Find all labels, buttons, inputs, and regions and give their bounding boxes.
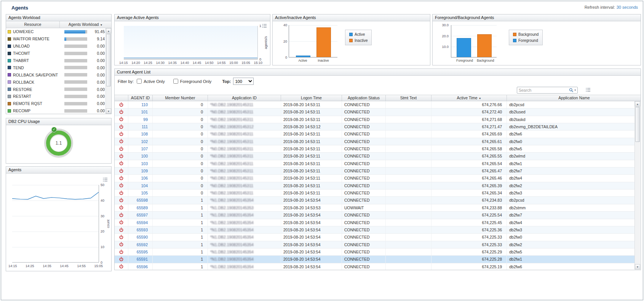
workload-row[interactable]: ROLLBACK SAVEPOINT 0.00 <box>6 71 105 78</box>
force-agent-button[interactable] <box>115 101 128 108</box>
table-row[interactable]: 65595 1 *N1.DB2.190820145354 2019-08-20 … <box>115 248 635 256</box>
column-header-application-name[interactable]: Application Name <box>507 95 641 101</box>
workload-row[interactable]: RECOMP 0.00 <box>6 107 105 114</box>
foreground-only-label[interactable]: Foreground Only <box>180 79 212 84</box>
column-header-application-id[interactable]: Application ID <box>208 95 281 101</box>
active-only-label[interactable]: Active Only <box>144 79 165 84</box>
scroll-down-icon[interactable]: ▼ <box>635 264 640 269</box>
refresh-value-link[interactable]: 30 seconds <box>617 5 638 10</box>
force-agent-button[interactable] <box>115 153 128 159</box>
search-options-chevron-icon[interactable]: ▾ <box>574 89 576 92</box>
force-agent-button[interactable] <box>115 219 128 226</box>
force-agent-button[interactable] <box>115 212 128 218</box>
workload-row[interactable]: REMOTE RQST 0.00 <box>6 100 105 107</box>
force-agent-button[interactable] <box>115 145 128 152</box>
table-row[interactable]: 110 0 *N0.DB2.190820145311 2019-08-20 14… <box>115 101 635 108</box>
force-agent-button[interactable] <box>115 234 128 240</box>
agent-id-link[interactable]: 65596 <box>137 264 148 269</box>
force-agent-button[interactable] <box>115 175 128 182</box>
scroll-thumb[interactable] <box>106 34 111 86</box>
chart-options-icon[interactable] <box>103 177 108 183</box>
agent-id-link[interactable]: 65589 <box>137 205 148 210</box>
workload-row[interactable]: WAITFOR REMOTE 9.14 <box>6 35 105 43</box>
table-row[interactable]: 109 0 *N0.DB2.190820145311 2019-08-20 14… <box>115 167 635 175</box>
column-header-application-status[interactable]: Application Status <box>342 95 386 101</box>
foreground-only-checkbox[interactable] <box>173 79 178 84</box>
agent-id-link[interactable]: 106 <box>141 176 148 180</box>
scroll-up-icon[interactable]: ▲ <box>106 28 111 33</box>
legend-item[interactable]: Active <box>349 32 368 37</box>
force-agent-button[interactable] <box>115 160 128 167</box>
agent-id-link[interactable]: 103 <box>141 161 148 166</box>
agent-id-link[interactable]: 111 <box>142 124 148 129</box>
table-row[interactable]: 107 0 *N0.DB2.190820145311 2019-08-20 14… <box>115 145 635 153</box>
search-input[interactable] <box>519 88 569 92</box>
table-row[interactable]: 111 0 *N0.DB2.190820145312 2019-08-20 14… <box>115 123 635 131</box>
table-row[interactable]: 65593 1 *N1.DB2.190820145354 2019-08-20 … <box>115 226 635 234</box>
force-agent-button[interactable] <box>115 204 128 211</box>
table-row[interactable]: 104 0 *N0.DB2.190820145311 2019-08-20 14… <box>115 182 635 190</box>
table-row[interactable]: 65598 1 *N1.DB2.190820145354 2019-08-20 … <box>115 197 635 204</box>
workload-row[interactable]: UNLOAD 0.00 <box>6 43 105 50</box>
table-row[interactable]: 65591 1 *N1.DB2.190820145354 2019-08-20 … <box>115 256 635 263</box>
agent-id-link[interactable]: 65591 <box>137 257 148 261</box>
force-agent-button[interactable] <box>115 138 128 145</box>
workload-row[interactable]: RESTART 0.00 <box>6 93 105 100</box>
force-agent-button[interactable] <box>115 108 128 115</box>
agent-id-link[interactable]: 65590 <box>137 235 148 239</box>
table-row[interactable]: 100 0 *N0.DB2.190820145311 2019-08-20 14… <box>115 153 635 160</box>
top-select[interactable]: 100 <box>233 78 254 85</box>
table-row[interactable]: 101 0 *N0.DB2.190820145311 2019-08-20 14… <box>115 108 635 116</box>
workload-row[interactable]: RESTORE 0.00 <box>6 86 105 93</box>
force-agent-button[interactable] <box>115 241 128 248</box>
table-row[interactable]: 108 0 *N0.DB2.190820145311 2019-08-20 14… <box>115 131 635 138</box>
table-row[interactable]: 65590 1 *N1.DB2.190820145354 2019-08-20 … <box>115 234 635 241</box>
column-header-stmt-text[interactable]: Stmt Text <box>386 95 431 101</box>
column-header-logon-time[interactable]: Logon Time <box>281 95 342 101</box>
table-row[interactable]: 102 0 *N0.DB2.190820145311 2019-08-20 14… <box>115 138 635 145</box>
column-header-resource[interactable]: Resource <box>6 21 60 28</box>
agent-id-link[interactable]: 109 <box>141 169 148 173</box>
scroll-up-icon[interactable]: ▲ <box>635 101 640 107</box>
column-header-member-number[interactable]: Member Number <box>153 95 208 101</box>
agent-id-link[interactable]: 65595 <box>137 250 148 254</box>
sort-desc-icon[interactable]: ▼ <box>479 97 481 100</box>
agent-id-link[interactable]: 104 <box>141 183 148 188</box>
workload-row[interactable]: UOWEXEC 91.45 <box>6 28 105 35</box>
workload-row[interactable]: THABRT 0.00 <box>6 57 105 64</box>
agent-id-link[interactable]: 65597 <box>137 213 148 217</box>
legend-item[interactable]: Background <box>513 32 539 37</box>
agent-id-link[interactable]: 65594 <box>137 220 148 225</box>
table-row[interactable]: 99 0 *N0.DB2.190820145311 2019-08-20 14:… <box>115 116 635 123</box>
scroll-thumb[interactable] <box>635 107 640 142</box>
force-agent-button[interactable] <box>115 190 128 196</box>
search-icon[interactable] <box>569 88 574 92</box>
legend-item[interactable]: Inactive <box>349 38 368 43</box>
workload-row[interactable]: TEND 0.00 <box>6 64 105 71</box>
table-row[interactable]: 65597 1 *N1.DB2.190820145354 2019-08-20 … <box>115 212 635 219</box>
force-agent-button[interactable] <box>115 167 128 174</box>
workload-row[interactable]: ROLLBACK 0.00 <box>6 78 105 86</box>
agent-id-link[interactable]: 100 <box>141 154 148 158</box>
force-agent-button[interactable] <box>115 197 128 204</box>
table-row[interactable]: 65594 1 *N1.DB2.190820145354 2019-08-20 … <box>115 219 635 226</box>
scrollbar-vertical[interactable]: ▲ ▼ <box>105 28 111 114</box>
agent-id-link[interactable]: 65593 <box>137 228 148 232</box>
sort-desc-icon[interactable]: ▼ <box>100 24 102 26</box>
agent-id-link[interactable]: 105 <box>141 191 148 195</box>
table-row[interactable]: 106 0 *N0.DB2.190820145311 2019-08-20 14… <box>115 175 635 182</box>
scroll-down-icon[interactable]: ▼ <box>106 108 111 114</box>
table-customizer-icon[interactable] <box>586 88 591 93</box>
agent-id-link[interactable]: 107 <box>141 147 148 151</box>
active-only-checkbox[interactable] <box>137 79 142 84</box>
force-agent-button[interactable] <box>115 248 128 255</box>
column-header-workload[interactable]: Agents Workload▼ <box>60 21 111 28</box>
agent-id-link[interactable]: 65592 <box>137 242 148 247</box>
bar[interactable] <box>316 27 331 57</box>
force-agent-button[interactable] <box>115 123 128 130</box>
bar[interactable] <box>296 56 310 57</box>
agent-id-link[interactable]: 101 <box>141 110 148 114</box>
table-row[interactable]: 103 0 *N0.DB2.190820145311 2019-08-20 14… <box>115 160 635 167</box>
scrollbar-vertical[interactable]: ▲ ▼ <box>634 101 640 269</box>
agent-id-link[interactable]: 99 <box>143 117 148 122</box>
